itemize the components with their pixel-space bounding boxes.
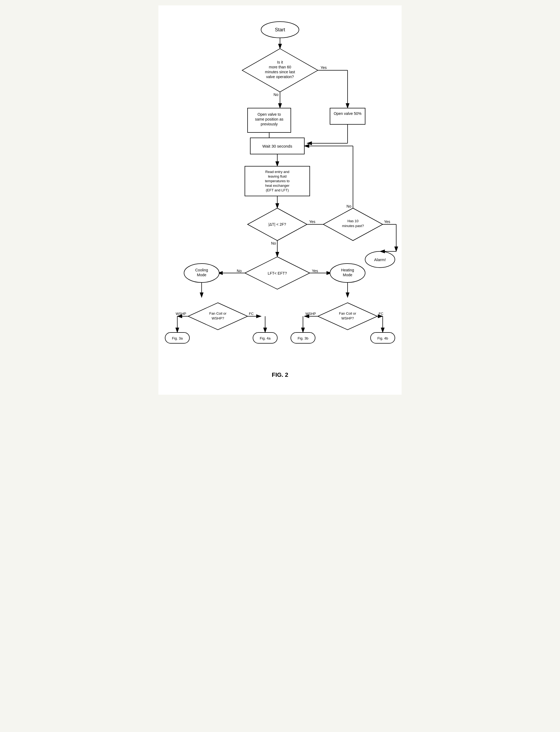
open-valve-same-line1: Open valve to <box>258 112 281 117</box>
decision6-line2: WSHP? <box>341 316 354 320</box>
read-temps-line4: heat exchanger <box>265 184 289 188</box>
no-label-d3: No <box>346 204 351 208</box>
no-label-d4: No <box>237 269 242 273</box>
fig-label: FIG. 2 <box>164 371 396 378</box>
open-valve-same-line3: previously <box>261 122 278 126</box>
wshp-label-d6: WSHP <box>305 312 316 316</box>
decision5-line1: Fan Coil or <box>209 311 226 315</box>
fc-label-d6: FC <box>379 312 383 316</box>
decision1-line3: minutes since last <box>265 70 295 74</box>
read-temps-line5: (EFT and LFT) <box>266 188 289 192</box>
read-temps-line3: temperatures to <box>265 179 289 183</box>
yes-label-d3: Yes <box>384 219 390 224</box>
heating-mode-line1: Heating <box>341 268 354 272</box>
decision3-line2: minutes past? <box>342 224 364 228</box>
decision1-line4: valve operation? <box>266 75 294 79</box>
decision5-line2: WSHP? <box>212 316 224 320</box>
svg-rect-6 <box>330 108 365 124</box>
decision6-line1: Fan Coil or <box>339 311 356 315</box>
no-label-d2: No <box>271 241 276 245</box>
decision1-line2: more than 60 <box>269 65 291 69</box>
cooling-mode-line2: Mode <box>197 273 206 277</box>
yes-label-d2: Yes <box>309 219 315 224</box>
read-temps-line2: leaving fluid <box>268 174 287 178</box>
cooling-mode-line1: Cooling <box>195 268 208 272</box>
flowchart: Start Is it more than 60 minutes since l… <box>164 16 396 363</box>
decision2-label: |ΔT| < 2F? <box>268 222 286 227</box>
decision1-line1: Is it <box>277 60 283 64</box>
flowchart-svg: Start Is it more than 60 minutes since l… <box>164 16 396 362</box>
fig3b-label: Fig. 3b <box>298 336 308 340</box>
yes-label-d4: Yes <box>312 269 318 273</box>
fig3a-label: Fig. 3a <box>172 336 183 340</box>
read-temps-line1: Read entry and <box>265 170 289 174</box>
alarm-label: Alarm! <box>374 257 386 262</box>
fig4a-label: Fig. 4a <box>260 336 271 340</box>
open-valve-same-line2: same position as <box>255 117 283 121</box>
wshp-label-d5: WSHP <box>176 312 186 316</box>
decision4-label: LFT< EFT? <box>268 271 287 275</box>
wait-30-label: Wait 30 seconds <box>262 144 292 148</box>
fig4b-label: Fig. 4b <box>377 336 388 340</box>
start-label: Start <box>275 27 285 32</box>
yes-label-d1: Yes <box>321 65 327 70</box>
no-label-d1: No <box>274 92 278 97</box>
fc-label-d5: FC <box>249 312 254 316</box>
page-container: Start Is it more than 60 minutes since l… <box>158 5 402 395</box>
decision3-line1: Has 10 <box>347 219 358 223</box>
open-valve-50-line1: Open valve 50% <box>334 111 362 116</box>
heating-mode-line2: Mode <box>343 273 352 277</box>
